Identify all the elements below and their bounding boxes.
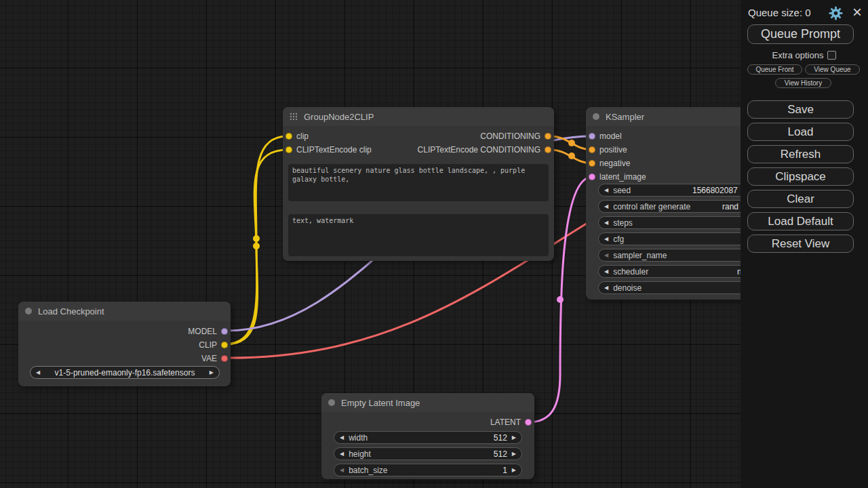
port-label: positive <box>599 145 627 155</box>
decrement-arrow-icon[interactable]: ◀ <box>604 188 608 193</box>
collapse-dot-icon[interactable] <box>328 399 335 406</box>
output-row-latent: LATENT <box>321 416 534 428</box>
increment-arrow-icon[interactable]: ▶ <box>512 451 516 457</box>
output-port-latent[interactable] <box>525 419 532 426</box>
output-port-model[interactable] <box>221 328 228 335</box>
input-port-positive[interactable] <box>589 146 595 153</box>
widget-label: height <box>349 449 371 459</box>
reset-view-button[interactable]: Reset View <box>747 235 854 253</box>
decrement-arrow-icon[interactable]: ◀ <box>604 253 608 258</box>
output-row-model: MODEL <box>18 325 231 338</box>
widget-label: scheduler <box>613 267 648 277</box>
output-row-cliptextencode-conditioning: CLIPTextEncode CONDITIONING <box>283 144 554 156</box>
widget-height[interactable]: ◀ height 512 ▶ <box>334 447 522 460</box>
widget-label: denoise <box>613 283 642 293</box>
output-port-cliptextencode-conditioning[interactable] <box>545 146 551 153</box>
widget-value: 512 <box>494 449 507 459</box>
decrement-arrow-icon[interactable]: ◀ <box>604 285 608 291</box>
refresh-button[interactable]: Refresh <box>747 145 854 163</box>
ckpt-name-value: v1-5-pruned-emaonly-fp16.safetensors <box>55 368 195 378</box>
settings-gear-icon[interactable] <box>829 6 843 23</box>
widget-label: steps <box>613 218 633 228</box>
widget-label: sampler_name <box>613 251 667 260</box>
port-label: CONDITIONING <box>480 131 540 141</box>
output-row-clip: CLIP <box>18 339 231 351</box>
widget-label: batch_size <box>349 466 387 475</box>
node-title: Load Checkpoint <box>38 306 104 317</box>
ckpt-name-combo[interactable]: ◀ v1-5-pruned-emaonly-fp16.safetensors ▶ <box>30 366 220 379</box>
app-window: GroupNode2CLIP clip CLIPTextEncode clip … <box>0 0 868 488</box>
node-title: GroupNode2CLIP <box>304 112 374 122</box>
widget-batch-size[interactable]: ◀ batch_size 1 ▶ <box>334 464 522 476</box>
node-titlebar[interactable]: Load Checkpoint <box>18 302 231 321</box>
node-title: Empty Latent Image <box>341 398 420 408</box>
prev-option-arrow-icon[interactable]: ◀ <box>36 370 40 375</box>
widget-label: width <box>349 433 368 443</box>
view-history-button[interactable]: View History <box>775 78 831 88</box>
queue-sidebar: Queue size: 0 × Queue Prompt <box>741 0 868 488</box>
output-row-vae: VAE <box>18 352 231 365</box>
increment-arrow-icon[interactable]: ▶ <box>512 435 516 441</box>
output-port-clip[interactable] <box>221 342 228 348</box>
node-title: KSampler <box>606 112 644 122</box>
close-icon[interactable]: × <box>852 3 862 22</box>
increment-arrow-icon[interactable]: ▶ <box>512 468 516 473</box>
widget-value: 512 <box>494 433 507 443</box>
queue-prompt-button[interactable]: Queue Prompt <box>747 24 854 44</box>
extra-options-checkbox[interactable] <box>827 51 836 60</box>
queue-size-label: Queue size: 0 <box>748 7 811 18</box>
port-label: negative <box>599 159 630 168</box>
clipspace-button[interactable]: Clipspace <box>747 167 854 186</box>
queue-front-button[interactable]: Queue Front <box>747 64 802 75</box>
port-label: CLIPTextEncode CONDITIONING <box>418 145 540 155</box>
output-port-conditioning[interactable] <box>545 133 551 140</box>
node-titlebar[interactable]: GroupNode2CLIP <box>283 107 554 126</box>
view-queue-button[interactable]: View Queue <box>805 64 860 75</box>
extra-options-label: Extra options <box>772 50 824 60</box>
widget-value: rand <box>722 202 738 211</box>
clear-button[interactable]: Clear <box>747 190 854 208</box>
decrement-arrow-icon[interactable]: ◀ <box>340 451 344 457</box>
decrement-arrow-icon[interactable]: ◀ <box>604 269 608 274</box>
node-groupnode2clip[interactable]: GroupNode2CLIP clip CLIPTextEncode clip … <box>283 107 554 261</box>
widget-value: 1566802087 <box>692 186 738 195</box>
group-grid-icon <box>290 113 298 121</box>
load-button[interactable]: Load <box>747 123 854 141</box>
output-port-vae[interactable] <box>221 355 228 362</box>
port-label: VAE <box>201 354 217 363</box>
input-port-negative[interactable] <box>589 160 595 167</box>
save-button[interactable]: Save <box>747 100 854 119</box>
decrement-arrow-icon[interactable]: ◀ <box>604 237 608 242</box>
node-empty-latent-image[interactable]: Empty Latent Image LATENT ◀ width 512 ▶ … <box>321 393 534 479</box>
output-row-conditioning: CONDITIONING <box>283 130 554 142</box>
widget-label: cfg <box>613 235 624 244</box>
next-option-arrow-icon[interactable]: ▶ <box>210 370 214 375</box>
input-port-latent-image[interactable] <box>589 174 595 180</box>
extra-options-row: Extra options <box>741 49 868 60</box>
widget-label: seed <box>613 186 631 195</box>
negative-prompt-textarea[interactable]: text, watermark <box>288 214 549 256</box>
decrement-arrow-icon[interactable]: ◀ <box>340 468 344 473</box>
positive-prompt-textarea[interactable]: beautiful scenery nature glass bottle la… <box>288 164 549 201</box>
widget-label: control after generate <box>613 202 690 211</box>
port-label: latent_image <box>599 172 646 182</box>
load-default-button[interactable]: Load Default <box>747 212 854 230</box>
port-label: MODEL <box>188 327 217 336</box>
input-port-model[interactable] <box>589 133 595 140</box>
port-label: LATENT <box>490 418 521 427</box>
collapse-dot-icon[interactable] <box>593 113 599 120</box>
decrement-arrow-icon[interactable]: ◀ <box>604 220 608 226</box>
port-label: CLIP <box>199 340 217 350</box>
widget-value: 1 <box>502 466 507 475</box>
node-load-checkpoint[interactable]: Load Checkpoint MODEL CLIP VAE ◀ v1-5-pr… <box>18 302 231 386</box>
widget-width[interactable]: ◀ width 512 ▶ <box>334 431 522 444</box>
decrement-arrow-icon[interactable]: ◀ <box>604 204 608 209</box>
node-titlebar[interactable]: Empty Latent Image <box>321 393 534 412</box>
port-label: model <box>599 131 622 141</box>
decrement-arrow-icon[interactable]: ◀ <box>340 435 344 441</box>
collapse-dot-icon[interactable] <box>25 308 32 314</box>
